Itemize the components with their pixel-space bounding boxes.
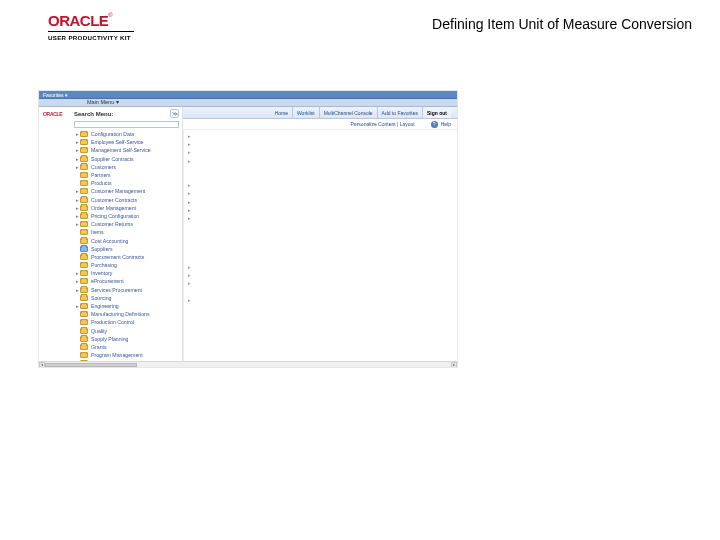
sidebar-item-label: Items bbox=[91, 229, 104, 235]
submenu-indicator-icon bbox=[184, 175, 191, 183]
sidebar-item[interactable]: ▸Engineering bbox=[71, 302, 182, 310]
folder-icon bbox=[80, 295, 88, 301]
app-screenshot: Favorites ▾ Main Menu ▾ ORACLE Search Me… bbox=[38, 90, 458, 368]
sidebar-item[interactable]: ▸Employee Self-Service bbox=[71, 138, 182, 146]
folder-icon bbox=[80, 139, 88, 145]
sidebar-item[interactable]: ▸Customer Management bbox=[71, 187, 182, 195]
submenu-indicator-icon bbox=[184, 290, 191, 298]
search-go-button[interactable]: ≫ bbox=[170, 109, 179, 118]
sidebar-item-label: Supplier Contracts bbox=[91, 156, 134, 162]
sidebar-item-label: Customers bbox=[91, 164, 116, 170]
sidebar-item-label: Customer Management bbox=[91, 188, 145, 194]
sidebar-item[interactable]: Production Control bbox=[71, 318, 182, 326]
scroll-right-button[interactable]: ▸ bbox=[451, 362, 457, 368]
sidebar-item[interactable]: ▸Customers bbox=[71, 163, 182, 171]
folder-icon bbox=[80, 270, 88, 276]
folder-icon bbox=[80, 197, 88, 203]
folder-icon bbox=[80, 278, 88, 284]
submenu-indicator-icon bbox=[184, 167, 191, 175]
sidebar-item[interactable]: ▸Configuration Data bbox=[71, 130, 182, 138]
horizontal-scrollbar[interactable]: ◂ ▸ bbox=[39, 361, 457, 367]
submenu-indicator-icon: ▸ bbox=[184, 265, 191, 273]
page-title: Defining Item Unit of Measure Conversion bbox=[432, 16, 692, 32]
favorites-menu[interactable]: Favorites ▾ bbox=[43, 92, 68, 98]
sidebar-item-label: Management Self-Service bbox=[91, 147, 151, 153]
submenu-indicator-icon bbox=[184, 339, 191, 347]
search-menu-input[interactable] bbox=[74, 121, 179, 128]
folder-icon bbox=[80, 262, 88, 268]
sidebar-item[interactable]: Partners bbox=[71, 171, 182, 179]
submenu-indicator-icon bbox=[184, 331, 191, 339]
folder-icon bbox=[80, 131, 88, 137]
sidebar-item-label: Sourcing bbox=[91, 295, 111, 301]
toolbar-link[interactable]: Home bbox=[271, 107, 292, 118]
sidebar-item-label: Order Management bbox=[91, 205, 136, 211]
sidebar-item-label: Suppliers bbox=[91, 246, 113, 252]
personalize-label[interactable]: Personalize Content | Layout bbox=[351, 121, 415, 127]
submenu-indicator-icon bbox=[184, 257, 191, 265]
toolbar-link[interactable]: MultiChannel Console bbox=[319, 107, 377, 118]
sidebar-item[interactable]: ▸eProcurement bbox=[71, 277, 182, 285]
sidebar-item-label: Quality bbox=[91, 328, 107, 334]
browser-chrome-bar: Favorites ▾ bbox=[39, 91, 457, 99]
toolbar-link[interactable]: Worklist bbox=[292, 107, 319, 118]
submenu-indicator-icon bbox=[184, 224, 191, 232]
brand-gutter: ORACLE bbox=[39, 107, 71, 361]
submenu-indicator-icon bbox=[184, 347, 191, 355]
main-menu-dropdown[interactable]: Main Menu ▾ bbox=[87, 99, 119, 105]
logo-word: ORACLE bbox=[48, 12, 108, 29]
sidebar-item-label: Services Procurement bbox=[91, 287, 142, 293]
folder-icon bbox=[80, 246, 88, 252]
sidebar-item[interactable]: ▸Customer Returns bbox=[71, 220, 182, 228]
sidebar-item[interactable]: Cost Accounting bbox=[71, 236, 182, 244]
sidebar-item[interactable]: ▸Management Self-Service bbox=[71, 146, 182, 154]
help-icon[interactable]: ? bbox=[431, 121, 438, 128]
sidebar-item[interactable]: Quality bbox=[71, 327, 182, 335]
folder-icon bbox=[80, 180, 88, 186]
folder-icon bbox=[80, 205, 88, 211]
sidebar-item[interactable]: ▸Pricing Configuration bbox=[71, 212, 182, 220]
folder-icon bbox=[80, 188, 88, 194]
sidebar-item[interactable]: Program Management bbox=[71, 351, 182, 359]
folder-icon bbox=[80, 229, 88, 235]
folder-icon bbox=[80, 311, 88, 317]
sidebar-item[interactable]: Procurement Contracts bbox=[71, 253, 182, 261]
sidebar-item[interactable]: ▸Services Procurement bbox=[71, 286, 182, 294]
content-area: ▸▸▸▸▸▸▸▸▸▸▸▸▸ bbox=[183, 130, 457, 361]
sidebar-item[interactable]: ▸Customer Contracts bbox=[71, 196, 182, 204]
submenu-indicator-icon bbox=[184, 314, 191, 322]
submenu-indicator-icon: ▸ bbox=[184, 281, 191, 289]
help-link[interactable]: Help bbox=[441, 121, 451, 127]
sidebar-item[interactable]: ▸Order Management bbox=[71, 204, 182, 212]
folder-icon bbox=[80, 156, 88, 162]
folder-icon bbox=[80, 147, 88, 153]
scroll-thumb[interactable] bbox=[45, 363, 137, 367]
sidebar-item[interactable]: Supply Planning bbox=[71, 335, 182, 343]
sidebar-item-label: Configuration Data bbox=[91, 131, 134, 137]
sidebar-item[interactable]: ▸Supplier Contracts bbox=[71, 155, 182, 163]
sidebar-item[interactable]: ▸Inventory bbox=[71, 269, 182, 277]
sidebar-item-label: Cost Accounting bbox=[91, 238, 129, 244]
sidebar-item-label: Products bbox=[91, 180, 111, 186]
folder-icon bbox=[80, 352, 88, 358]
sign-out-button[interactable]: Sign out bbox=[422, 107, 451, 118]
toolbar-link[interactable]: Add to Favorites bbox=[377, 107, 422, 118]
app-toolbar: HomeWorklistMultiChannel ConsoleAdd to F… bbox=[183, 107, 457, 119]
sidebar-item[interactable]: Manufacturing Definitions bbox=[71, 310, 182, 318]
sidebar-item-label: Production Control bbox=[91, 319, 134, 325]
sidebar-item[interactable]: Sourcing bbox=[71, 294, 182, 302]
sidebar-item-label: Purchasing bbox=[91, 262, 117, 268]
submenu-indicator-icon bbox=[184, 232, 191, 240]
sidebar-item[interactable]: Products bbox=[71, 179, 182, 187]
nav-tree: ▸Configuration Data▸Employee Self-Servic… bbox=[71, 130, 182, 361]
folder-icon bbox=[80, 254, 88, 260]
sidebar-item[interactable]: Suppliers bbox=[71, 245, 182, 253]
sidebar-item-label: Customer Contracts bbox=[91, 197, 137, 203]
submenu-indicator-icon: ▸ bbox=[184, 216, 191, 224]
sidebar-item[interactable]: Grants bbox=[71, 343, 182, 351]
sidebar-item[interactable]: Purchasing bbox=[71, 261, 182, 269]
sidebar-item[interactable]: Items bbox=[71, 228, 182, 236]
sidebar-item-label: Procurement Contracts bbox=[91, 254, 144, 260]
logo-subtitle: USER PRODUCTIVITY KIT bbox=[48, 34, 134, 41]
folder-icon bbox=[80, 172, 88, 178]
